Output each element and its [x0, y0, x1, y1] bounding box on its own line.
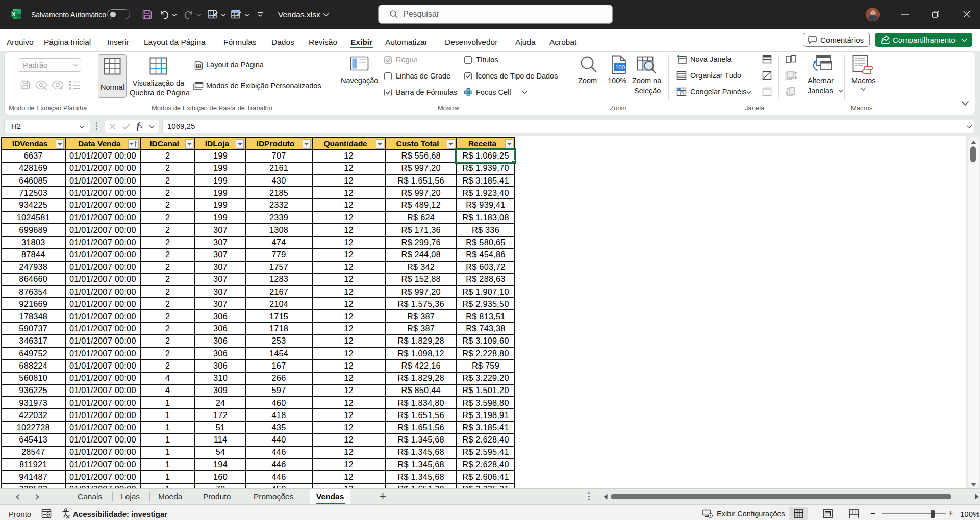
svg-text:100: 100 [615, 64, 625, 70]
svg-text:X: X [12, 11, 16, 17]
